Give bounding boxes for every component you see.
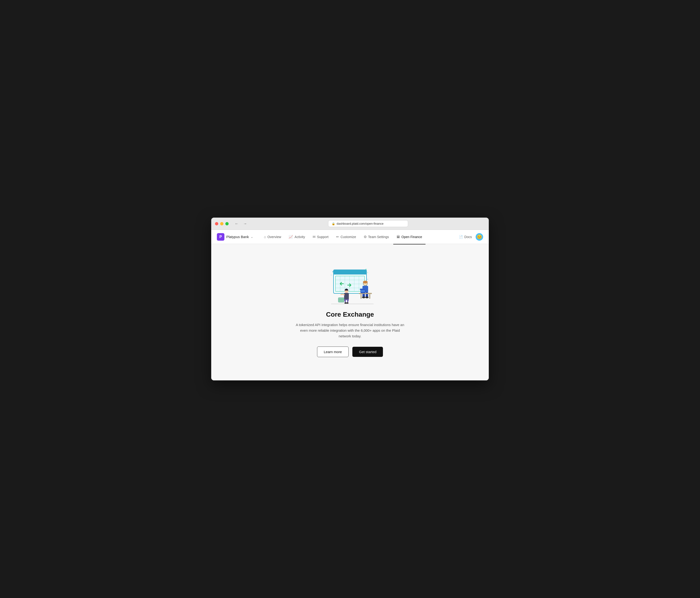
hero-actions: Learn more Get started xyxy=(317,347,383,357)
nav-bar: P Platypus Bank ⌄ ⌂ Overview 📈 Activity … xyxy=(211,230,489,244)
traffic-lights xyxy=(215,222,229,225)
address-bar: 🔒 dashboard.plaid.com/open-finance xyxy=(251,220,485,227)
minimize-button[interactable] xyxy=(220,222,223,225)
brand-name: Platypus Bank xyxy=(226,235,249,239)
browser-window: ← → 🔒 dashboard.plaid.com/open-finance P… xyxy=(211,218,489,380)
svg-point-13 xyxy=(367,272,368,273)
nav-label-support: Support xyxy=(317,235,329,239)
docs-icon: 📄 xyxy=(459,235,463,239)
nav-item-activity[interactable]: 📈 Activity xyxy=(285,233,308,241)
bank-icon: 🏛 xyxy=(397,235,400,239)
lock-icon: 🔒 xyxy=(332,222,335,225)
nav-label-team-settings: Team Settings xyxy=(368,235,389,239)
svg-point-15 xyxy=(367,279,368,280)
back-icon: ← xyxy=(235,222,239,226)
close-button[interactable] xyxy=(215,222,218,225)
activity-icon: 📈 xyxy=(289,235,293,239)
nav-right: 📄 Docs 😊 xyxy=(459,233,483,241)
svg-rect-28 xyxy=(361,291,363,292)
svg-rect-31 xyxy=(344,293,349,300)
brand-logo: P xyxy=(217,233,224,241)
customize-icon: ✏ xyxy=(336,235,339,239)
nav-item-customize[interactable]: ✏ Customize xyxy=(333,233,359,241)
hero-description: A tokenized API integration helps ensure… xyxy=(294,322,406,339)
nav-item-team-settings[interactable]: ⚙ Team Settings xyxy=(360,233,392,241)
svg-point-21 xyxy=(362,296,365,298)
gear-icon: ⚙ xyxy=(364,235,367,239)
get-started-button[interactable]: Get started xyxy=(352,347,383,357)
svg-rect-29 xyxy=(363,291,365,292)
brand[interactable]: P Platypus Bank ⌄ xyxy=(217,233,253,241)
browser-nav-buttons: ← → xyxy=(233,221,248,227)
nav-items: ⌂ Overview 📈 Activity ✉ Support ✏ Custom… xyxy=(260,233,459,241)
svg-rect-1 xyxy=(333,270,367,275)
nav-item-open-finance[interactable]: 🏛 Open Finance xyxy=(393,233,425,241)
avatar[interactable]: 😊 xyxy=(476,233,483,241)
main-content: Core Exchange A tokenized API integratio… xyxy=(211,244,489,380)
forward-icon: → xyxy=(243,222,247,226)
support-icon: ✉ xyxy=(312,235,316,239)
hero-illustration xyxy=(324,268,376,305)
nav-item-support[interactable]: ✉ Support xyxy=(309,233,332,241)
home-icon: ⌂ xyxy=(264,235,266,239)
brand-logo-letter: P xyxy=(220,235,222,239)
svg-point-33 xyxy=(346,302,349,304)
url-input[interactable]: 🔒 dashboard.plaid.com/open-finance xyxy=(328,220,408,227)
svg-point-22 xyxy=(365,296,369,298)
learn-more-button[interactable]: Learn more xyxy=(317,347,349,357)
svg-point-12 xyxy=(366,269,367,270)
svg-rect-25 xyxy=(360,294,361,299)
title-bar: ← → 🔒 dashboard.plaid.com/open-finance xyxy=(211,218,489,230)
docs-label: Docs xyxy=(464,235,472,239)
nav-label-customize: Customize xyxy=(341,235,356,239)
url-text: dashboard.plaid.com/open-finance xyxy=(336,222,383,225)
forward-button[interactable]: → xyxy=(242,221,248,227)
back-button[interactable]: ← xyxy=(233,221,240,227)
brand-chevron-icon: ⌄ xyxy=(251,235,253,239)
svg-point-17 xyxy=(363,281,368,283)
nav-item-overview[interactable]: ⌂ Overview xyxy=(260,233,284,241)
hero-section: Core Exchange A tokenized API integratio… xyxy=(294,268,406,357)
docs-button[interactable]: 📄 Docs xyxy=(459,235,472,239)
hero-title: Core Exchange xyxy=(326,311,374,318)
maximize-button[interactable] xyxy=(225,222,229,225)
svg-rect-27 xyxy=(360,290,365,293)
nav-label-open-finance: Open Finance xyxy=(401,235,422,239)
svg-point-11 xyxy=(332,271,334,272)
svg-rect-26 xyxy=(369,294,370,299)
nav-label-overview: Overview xyxy=(268,235,281,239)
svg-point-14 xyxy=(331,275,332,275)
nav-label-activity: Activity xyxy=(295,235,305,239)
